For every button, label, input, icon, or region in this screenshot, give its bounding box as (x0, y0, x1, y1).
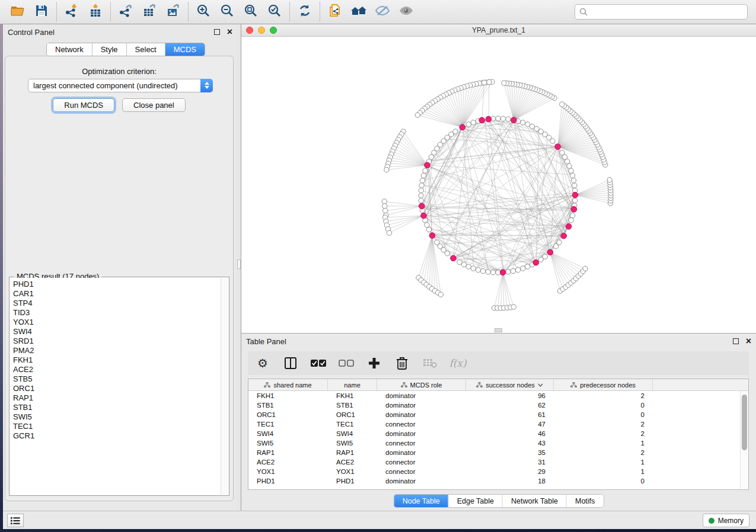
table-settings-button[interactable]: ⚙ (255, 355, 270, 371)
table-row[interactable]: ACE2ACE2connector311 (248, 457, 740, 467)
export-network-button[interactable] (114, 2, 138, 22)
zoom-selected-button[interactable] (263, 2, 286, 22)
network-node[interactable] (583, 266, 588, 271)
delete-row-button[interactable] (394, 355, 410, 371)
network-node[interactable] (571, 178, 576, 182)
column-header-predecessor-nodes[interactable]: predecessor nodes (554, 379, 653, 390)
mcds-result-item[interactable]: STP4 (13, 299, 221, 308)
network-node[interactable] (421, 173, 426, 178)
mcds-hub-node[interactable] (419, 203, 425, 209)
network-node[interactable] (486, 270, 490, 274)
network-node[interactable] (560, 102, 564, 107)
network-node[interactable] (500, 116, 505, 121)
tab-network-table[interactable]: Network Table (503, 495, 567, 507)
network-node[interactable] (426, 227, 431, 232)
network-node[interactable] (511, 268, 515, 273)
network-node[interactable] (387, 230, 391, 235)
column-header-shared-name[interactable]: shared name (248, 379, 328, 390)
network-node[interactable] (382, 204, 387, 209)
table-row[interactable]: YOX1YOX1connector291 (248, 467, 740, 476)
network-node[interactable] (471, 266, 476, 271)
network-node[interactable] (382, 199, 387, 204)
network-node[interactable] (572, 183, 577, 188)
mcds-result-item[interactable]: TID3 (13, 308, 221, 318)
refresh-button[interactable] (293, 2, 317, 22)
mcds-hub-node[interactable] (547, 249, 553, 255)
network-node[interactable] (438, 292, 443, 297)
network-node[interactable] (445, 251, 449, 256)
mcds-hub-node[interactable] (572, 192, 578, 198)
network-node[interactable] (476, 267, 480, 272)
mcds-hub-node[interactable] (555, 144, 561, 150)
network-node[interactable] (383, 208, 388, 213)
mcds-result-item[interactable]: SWI4 (13, 327, 221, 336)
network-node[interactable] (557, 240, 562, 245)
search-input[interactable] (591, 8, 743, 17)
network-node[interactable] (420, 178, 425, 182)
table-row[interactable]: SWI5SWI5connector431 (248, 438, 740, 448)
mcds-result-item[interactable]: ORC1 (13, 384, 221, 393)
optimization-criterion-select[interactable]: largest connected component (undirected) (28, 79, 213, 92)
mcds-result-item[interactable]: RAP1 (13, 393, 221, 403)
mcds-result-item[interactable]: CAR1 (13, 289, 221, 299)
delete-table-button[interactable] (422, 355, 438, 371)
mcds-hub-node[interactable] (486, 116, 492, 122)
network-node[interactable] (471, 120, 476, 125)
network-node[interactable] (560, 150, 564, 155)
import-network-button[interactable] (60, 2, 84, 22)
mcds-hub-node[interactable] (561, 233, 567, 239)
save-session-button[interactable] (30, 2, 53, 22)
mcds-list-scrollbar[interactable] (221, 278, 228, 495)
mcds-result-item[interactable]: TEC1 (13, 422, 221, 431)
network-node[interactable] (529, 124, 534, 129)
tab-edge-table[interactable]: Edge Table (449, 495, 503, 507)
mcds-hub-node[interactable] (500, 270, 506, 275)
network-node[interactable] (525, 264, 530, 269)
show-all-button[interactable] (394, 2, 418, 22)
select-all-button[interactable] (311, 355, 326, 371)
network-node[interactable] (425, 223, 429, 227)
mcds-result-item[interactable]: ACE2 (13, 365, 221, 374)
new-network-from-selection-button[interactable] (323, 2, 347, 22)
mcds-hub-node[interactable] (425, 162, 430, 168)
open-session-button[interactable] (6, 2, 30, 22)
mcds-result-item[interactable]: SWI5 (13, 412, 221, 422)
tab-node-table[interactable]: Node Table (394, 495, 449, 507)
first-neighbors-button[interactable] (347, 2, 371, 22)
tab-network[interactable]: Network (47, 43, 92, 56)
search-field[interactable] (575, 4, 748, 20)
mcds-hub-node[interactable] (451, 255, 457, 261)
network-node[interactable] (461, 262, 466, 267)
column-header-MCDS-role[interactable]: MCDS role (377, 379, 466, 390)
network-node[interactable] (415, 113, 420, 117)
mcds-hub-node[interactable] (511, 117, 517, 123)
mcds-result-item[interactable]: FKH1 (13, 355, 221, 365)
network-node[interactable] (496, 116, 500, 121)
tab-style[interactable]: Style (92, 43, 127, 56)
network-node[interactable] (466, 122, 471, 127)
show-columns-button[interactable] (283, 355, 298, 371)
zoom-out-button[interactable] (215, 2, 239, 22)
mcds-result-item[interactable]: STB1 (13, 403, 221, 412)
table-row[interactable]: STB1STB1dominator620 (248, 400, 740, 410)
mcds-hub-node[interactable] (479, 117, 485, 123)
run-mcds-button[interactable]: Run MCDS (53, 98, 114, 112)
table-row[interactable]: RAP1RAP1dominator352 (248, 448, 740, 457)
vertical-splitter[interactable] (237, 24, 241, 511)
network-node[interactable] (521, 120, 525, 125)
mcds-hub-node[interactable] (533, 259, 539, 265)
mcds-result-list[interactable]: PHD1CAR1STP4TID3YOX1SWI4SRD1PMA2FKH1ACE2… (10, 278, 221, 495)
table-scrollbar[interactable] (740, 391, 748, 489)
mcds-hub-node[interactable] (421, 213, 427, 219)
network-node[interactable] (502, 81, 506, 85)
table-row[interactable]: TEC1TEC1connector472 (248, 419, 740, 429)
network-node[interactable] (466, 264, 471, 269)
tab-mcds[interactable]: MCDS (165, 43, 205, 56)
network-node[interactable] (607, 177, 612, 182)
network-node[interactable] (423, 168, 428, 173)
network-node[interactable] (570, 173, 575, 178)
network-node[interactable] (419, 188, 423, 193)
table-row[interactable]: FKH1FKH1dominator962 (248, 391, 740, 400)
mcds-result-item[interactable]: PHD1 (13, 280, 221, 289)
network-node[interactable] (569, 218, 573, 223)
